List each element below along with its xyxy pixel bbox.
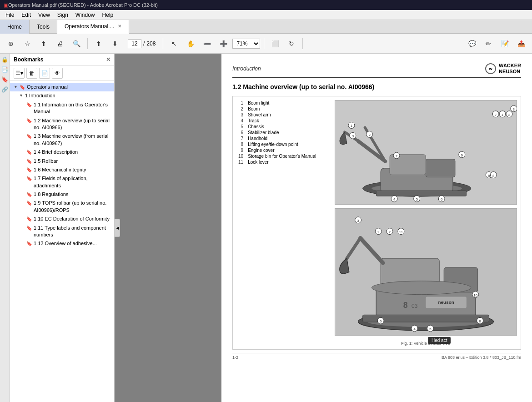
machine-image-top: 1 2 3 4 5 6 [335, 100, 517, 205]
bookmark-1-9[interactable]: 🔖 1.9 TOPS rollbar (up to serial no. AI0… [10, 199, 114, 215]
parts-row: 4 Track [236, 118, 318, 124]
bookmark-label: 1.1 Information on this Operator's Manua… [34, 101, 112, 116]
bookmarks-panel-icon[interactable]: 🔖 [1, 75, 9, 84]
layers-icon[interactable]: 📑 [1, 65, 9, 74]
svg-text:8: 8 [479, 320, 481, 324]
svg-text:1: 1 [502, 113, 504, 117]
bookmark-label: 1.3 Machine overview (from serial no. AI… [34, 133, 112, 147]
bookmark-introduction[interactable]: ▼ 1 Introduction [10, 91, 114, 100]
part-num: 2 [236, 106, 246, 112]
tab-home-label: Home [7, 24, 22, 30]
part-label: Lock lever [246, 159, 318, 165]
bookmark-operators-manual[interactable]: ▼ 🔖 Operator's manual [10, 83, 114, 91]
print-button[interactable]: 🖨 [53, 36, 67, 51]
svg-text:7: 7 [389, 230, 391, 234]
page-separator: / [143, 40, 145, 47]
wacker-symbol-text: W [489, 67, 492, 71]
bookmark-label: 1.12 Overview of adhesive... [34, 240, 112, 247]
menu-sign[interactable]: Sign [54, 11, 72, 19]
find-button[interactable]: 🔍 [69, 36, 84, 51]
bookmark-1-10[interactable]: 🔖 1.10 EC Declaration of Conformity [10, 215, 114, 223]
bookmark-1-12[interactable]: 🔖 1.12 Overview of adhesive... [10, 239, 114, 248]
sidebar-toolbar: ☰▾ 🗑 📄 👁 [10, 66, 114, 81]
sidebar-close-icon[interactable]: ✕ [106, 56, 110, 63]
bookmark-icon: 🔖 [26, 102, 32, 108]
title-text: Operators Manual.pdf (SECURED) - Adobe A… [8, 2, 158, 8]
svg-text:10: 10 [473, 293, 477, 297]
bookmark-icon: 🔖 [26, 216, 32, 222]
bookmark-1-4[interactable]: 🔖 1.4 Brief description [10, 148, 114, 156]
parts-row: 11 Lock lever [236, 159, 318, 165]
part-num: 9 [236, 147, 246, 153]
pdf-page[interactable]: Introduction W WACKER NEUSON 1.2 Machine… [221, 54, 532, 402]
parts-row: 6 Stabilizer blade [236, 130, 318, 136]
rotate-button[interactable]: ↻ [284, 36, 299, 51]
left-icon-strip: 🔒 📑 🔖 🔗 [0, 54, 10, 402]
bookmark-1-5[interactable]: 🔖 1.5 Rollbar [10, 157, 114, 166]
tab-home[interactable]: Home [0, 20, 30, 34]
redacted-area: Hed act [232, 337, 521, 344]
parts-row: 2 Boom [236, 106, 318, 112]
draw-button[interactable]: 📝 [497, 36, 512, 51]
annotate-button[interactable]: ✏ [481, 36, 496, 51]
menu-file[interactable]: File [2, 11, 18, 19]
menu-window[interactable]: Window [72, 11, 99, 19]
menu-help[interactable]: Help [99, 11, 117, 19]
tab-tools[interactable]: Tools [30, 20, 57, 34]
bookmark-1-3[interactable]: 🔖 1.3 Machine overview (from serial no. … [10, 132, 114, 148]
svg-rect-5 [426, 159, 455, 177]
excavator-bottom-svg: neuson 8 03 3 2 7 [335, 209, 517, 335]
part-num: 8 [236, 141, 246, 147]
bookmark-button[interactable]: ☆ [20, 36, 35, 51]
bookmarks-title: Bookmarks [14, 56, 43, 63]
bookmark-label: 1 Introduction [25, 92, 112, 99]
zoom-out-button[interactable]: ➖ [200, 36, 214, 51]
bookmark-1-11[interactable]: 🔖 1.11 Type labels and component numbers [10, 224, 114, 240]
bookmark-icon: 🔖 [26, 118, 32, 124]
bookmark-1-7[interactable]: 🔖 1.7 Fields of application, attachments [10, 174, 114, 190]
part-label: Handhold [246, 136, 318, 141]
create-button[interactable]: ⊕ [4, 36, 18, 51]
bookmark-label: 1.9 TOPS rollbar (up to serial no. AI009… [34, 200, 112, 214]
menu-view[interactable]: View [35, 11, 54, 19]
part-label: Shovel arm [246, 112, 318, 118]
part-num: 7 [236, 136, 246, 141]
sidebar: Bookmarks ✕ ☰▾ 🗑 📄 👁 ▼ 🔖 Operator's manu… [10, 54, 115, 402]
page-input[interactable] [128, 39, 141, 48]
comment-button[interactable]: 💬 [465, 36, 479, 51]
zoom-select[interactable]: 50% 71% 75% 100% 125% 150% 200% [232, 39, 260, 49]
prev-page-button[interactable]: ⬆ [91, 36, 106, 51]
parts-row: 1 Boom light [236, 100, 318, 106]
sidebar-eye-btn[interactable]: 👁 [52, 68, 63, 79]
tab-close-icon[interactable]: ✕ [118, 24, 121, 29]
fit-page-button[interactable]: ⬜ [268, 36, 282, 51]
section-title: 1.2 Machine overview (up to serial no. A… [232, 83, 521, 90]
pdf-page-header: Introduction W WACKER NEUSON [232, 63, 521, 78]
bookmark-1-1[interactable]: 🔖 1.1 Information on this Operator's Man… [10, 100, 114, 116]
bookmark-1-6[interactable]: 🔖 1.6 Mechanical integrity [10, 166, 114, 174]
brand-name-line1: WACKER [499, 63, 521, 69]
lock-icon[interactable]: 🔒 [1, 55, 9, 64]
share-button[interactable]: 📤 [514, 36, 528, 51]
bookmark-icon: 🔖 [26, 200, 32, 206]
svg-text:2: 2 [368, 133, 370, 137]
hand-tool[interactable]: ✋ [183, 36, 198, 51]
sidebar-delete-btn[interactable]: 🗑 [26, 68, 37, 79]
bookmark-1-8[interactable]: 🔖 1.8 Regulations [10, 190, 114, 199]
bookmark-1-2[interactable]: 🔖 1.2 Machine overview (up to serial no.… [10, 116, 114, 132]
tab-document[interactable]: Operators Manual.... ✕ [57, 20, 129, 34]
svg-text:8: 8 [492, 174, 495, 178]
part-label: Storage bin for Operator's Manual [246, 153, 318, 159]
select-tool[interactable]: ↖ [167, 36, 181, 51]
zoom-in-button[interactable]: ➕ [216, 36, 231, 51]
menu-edit[interactable]: Edit [18, 11, 35, 19]
links-icon[interactable]: 🔗 [1, 85, 9, 94]
sidebar-menu-btn[interactable]: ☰▾ [14, 68, 25, 79]
sidebar-collapse-btn[interactable]: ◀ [115, 219, 120, 237]
machine-images: 1 2 3 4 5 6 [335, 100, 517, 346]
next-page-button[interactable]: ⬇ [108, 36, 122, 51]
bookmark-label: 1.8 Regulations [34, 191, 112, 198]
save-button[interactable]: ⬆ [36, 36, 51, 51]
svg-text:7: 7 [495, 113, 497, 117]
sidebar-new-btn[interactable]: 📄 [39, 68, 50, 79]
